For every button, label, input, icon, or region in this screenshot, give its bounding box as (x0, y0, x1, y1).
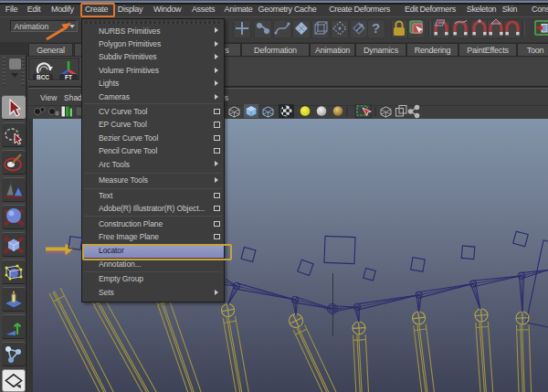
svg-text:?: ? (372, 20, 380, 36)
